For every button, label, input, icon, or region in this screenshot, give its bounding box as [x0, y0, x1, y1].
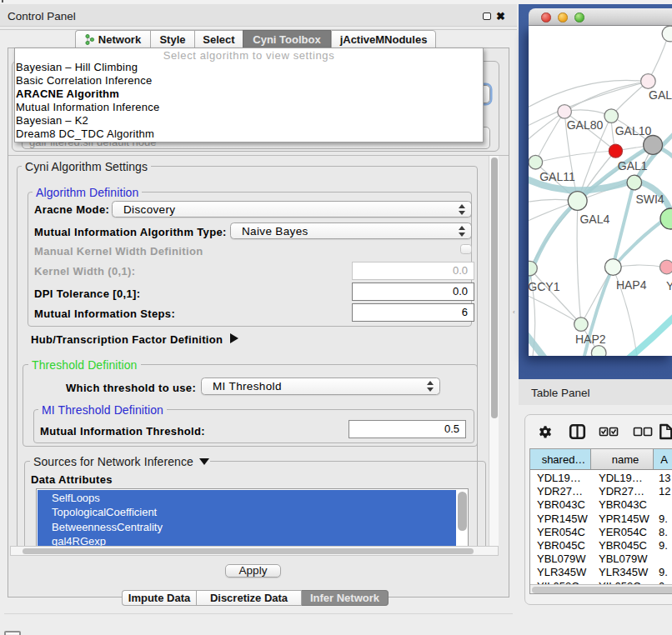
svg-text:GCY1: GCY1	[529, 280, 560, 293]
svg-text:SWI4: SWI4	[635, 192, 664, 206]
svg-text:GAL1: GAL1	[618, 159, 648, 172]
svg-text:GAL11: GAL11	[539, 170, 575, 183]
svg-text:GAL7: GAL7	[649, 88, 672, 102]
svg-text:GAL4: GAL4	[579, 212, 609, 226]
svg-text:GAL80: GAL80	[567, 118, 604, 132]
svg-text:HAP4: HAP4	[616, 278, 647, 292]
svg-text:Y: Y	[666, 279, 672, 292]
svg-text:GAL10: GAL10	[615, 124, 652, 138]
svg-text:HAP2: HAP2	[575, 332, 606, 346]
